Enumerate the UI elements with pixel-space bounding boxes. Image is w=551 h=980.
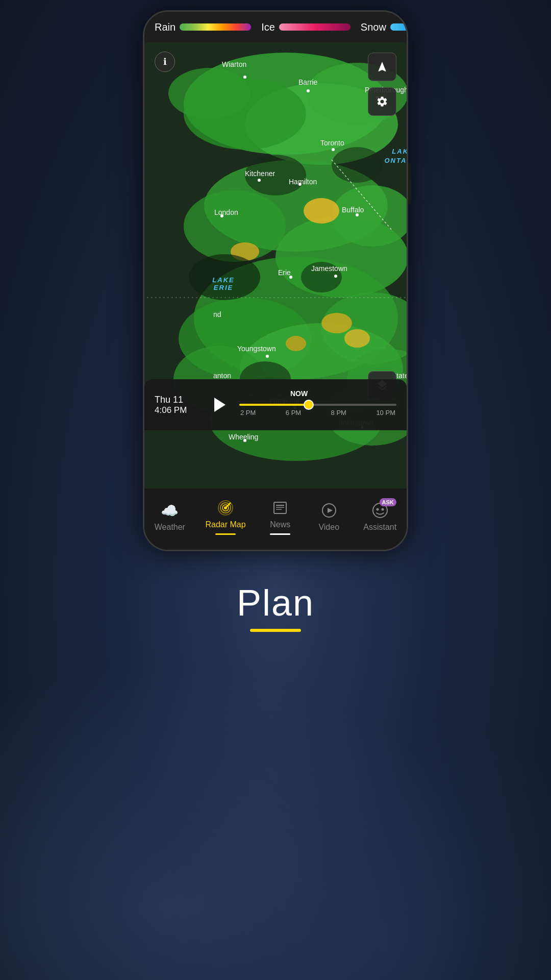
svg-point-82 (381, 508, 384, 511)
svg-marker-79 (328, 508, 333, 513)
svg-point-35 (258, 179, 261, 182)
svg-text:ERIE: ERIE (214, 284, 233, 291)
svg-point-5 (168, 68, 250, 119)
nav-news-label: News (270, 520, 290, 529)
nav-video[interactable]: Video (309, 497, 349, 536)
nav-weather-label: Weather (155, 523, 185, 532)
svg-text:Wiarton: Wiarton (222, 60, 246, 68)
svg-point-24 (332, 147, 383, 183)
nav-assistant-label: Assistant (363, 523, 396, 532)
track-thumb[interactable] (304, 400, 314, 410)
svg-text:nd: nd (213, 310, 221, 318)
plan-section: Plan (237, 582, 314, 632)
phone-container: Wiarton Barrie Peterborough Toronto Kitc… (143, 10, 408, 551)
time-display: Thu 11 4:06 PM (155, 395, 201, 415)
rain-gradient (180, 23, 251, 31)
time-ticks: 2 PM 6 PM 8 PM 10 PM (239, 409, 396, 416)
settings-button[interactable] (368, 87, 396, 116)
track-bar[interactable] (239, 404, 396, 406)
svg-point-20 (344, 329, 370, 348)
svg-text:Barrie: Barrie (298, 78, 318, 86)
svg-text:ONTARIO: ONTARIO (385, 157, 407, 164)
svg-point-19 (321, 313, 352, 333)
news-icon (271, 499, 289, 517)
play-button[interactable] (209, 394, 231, 416)
bg-clouds (0, 623, 551, 980)
phone-body: Wiarton Barrie Peterborough Toronto Kitc… (143, 10, 408, 551)
snow-legend: Snow (361, 21, 407, 33)
plan-title: Plan (237, 582, 314, 624)
map-container[interactable]: Wiarton Barrie Peterborough Toronto Kitc… (144, 12, 407, 492)
svg-text:Toronto: Toronto (320, 139, 344, 147)
svg-text:Erie: Erie (278, 268, 291, 277)
play-icon (214, 398, 226, 412)
svg-text:Youngstown: Youngstown (237, 345, 276, 353)
svg-text:Wheeling: Wheeling (229, 433, 258, 441)
gear-icon (376, 95, 388, 108)
snow-gradient (390, 23, 407, 31)
tick-8pm: 8 PM (331, 409, 346, 416)
svg-rect-74 (274, 502, 286, 513)
svg-point-34 (332, 148, 335, 151)
svg-point-21 (286, 336, 306, 351)
svg-text:LAKE: LAKE (212, 276, 234, 284)
nav-weather[interactable]: ☁️ Weather (148, 497, 191, 536)
rain-legend: Rain (155, 21, 251, 33)
track-progress (239, 404, 305, 406)
timeline-panel: Thu 11 4:06 PM NOW 2 PM 6 PM 8 PM (144, 379, 407, 430)
tick-10pm: 10 PM (376, 409, 395, 416)
navigation-icon (376, 61, 388, 73)
map-controls (368, 53, 396, 116)
nav-radar-label: Radar Map (206, 520, 246, 529)
svg-point-41 (334, 275, 337, 278)
ice-label: Ice (261, 21, 275, 33)
radar-icon (216, 499, 235, 517)
svg-text:Hamilton: Hamilton (289, 178, 317, 186)
bottom-nav: ☁️ Weather Radar Map (144, 488, 407, 550)
location-button[interactable] (368, 53, 396, 81)
tick-6pm: 6 PM (286, 409, 301, 416)
ice-gradient (279, 23, 350, 31)
svg-point-18 (304, 198, 339, 224)
news-active-bar (270, 533, 290, 535)
ice-legend: Ice (261, 21, 350, 33)
svg-point-32 (307, 89, 310, 92)
svg-point-42 (266, 355, 269, 358)
nav-video-label: Video (318, 523, 339, 532)
side-button (408, 163, 411, 204)
time-clock: 4:06 PM (155, 405, 201, 415)
nav-news[interactable]: News (260, 495, 300, 539)
info-button[interactable]: ℹ (155, 52, 175, 72)
svg-point-81 (376, 508, 379, 511)
now-label: NOW (290, 389, 308, 398)
svg-text:anton: anton (213, 372, 231, 380)
tick-2pm: 2 PM (240, 409, 256, 416)
legend-bar: Rain Ice Snow (144, 12, 407, 42)
assistant-icon: ASK (371, 501, 389, 520)
snow-label: Snow (361, 21, 386, 33)
svg-text:Kitchener: Kitchener (245, 169, 275, 178)
svg-text:London: London (214, 208, 238, 216)
svg-point-31 (243, 76, 246, 79)
radar-active-bar (215, 533, 236, 535)
video-icon (320, 501, 338, 520)
weather-icon: ☁️ (161, 501, 179, 520)
nav-radar[interactable]: Radar Map (199, 495, 252, 539)
timeline-track[interactable]: NOW 2 PM 6 PM 8 PM 10 PM (239, 389, 396, 420)
rain-label: Rain (155, 21, 176, 33)
nav-assistant[interactable]: ASK Assistant (357, 497, 403, 536)
time-day: Thu 11 (155, 395, 201, 405)
svg-text:Buffalo: Buffalo (342, 206, 364, 214)
ask-badge: ASK (380, 498, 396, 506)
svg-text:LAKE: LAKE (392, 148, 407, 155)
plan-underline (250, 629, 301, 632)
svg-text:Jamestown: Jamestown (311, 264, 347, 273)
